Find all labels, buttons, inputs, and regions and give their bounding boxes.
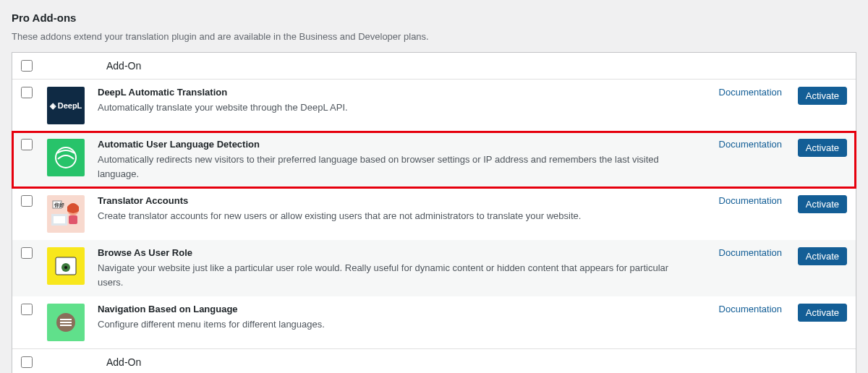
table-header-row: Add-On xyxy=(12,53,856,80)
addon-desc: Automatically redirects new visitors to … xyxy=(98,153,673,181)
table-row: Navigation Based on Language Configure d… xyxy=(12,296,856,348)
row-checkbox-nav[interactable] xyxy=(21,304,33,315)
svg-point-9 xyxy=(64,266,67,269)
footer-addon-label: Add-On xyxy=(90,356,848,368)
navigation-language-icon xyxy=(47,304,85,341)
translator-accounts-icon: 你好 xyxy=(47,195,85,233)
addon-name: DeepL Automatic Translation xyxy=(98,87,673,98)
table-row: 你好 Translator Accounts Create translator… xyxy=(12,188,856,240)
activate-button-deepl[interactable]: Activate xyxy=(798,87,847,105)
browse-as-user-role-icon xyxy=(47,247,85,285)
activate-button-baur[interactable]: Activate xyxy=(798,247,847,265)
addon-desc: Navigate your website just like a partic… xyxy=(98,261,673,289)
svg-text:你好: 你好 xyxy=(54,202,64,208)
table-row-highlighted: Automatic User Language Detection Automa… xyxy=(12,132,856,188)
addons-table: Add-On DeepL DeepL Automatic Translation… xyxy=(12,52,856,373)
deepl-icon: DeepL xyxy=(47,87,85,124)
row-checkbox-ta[interactable] xyxy=(21,195,33,207)
language-detection-icon xyxy=(47,139,85,176)
activate-button-nav[interactable]: Activate xyxy=(798,304,847,322)
addon-name: Browse As User Role xyxy=(98,247,673,258)
documentation-link-nav[interactable]: Documentation xyxy=(719,304,782,314)
select-all-checkbox-top[interactable] xyxy=(21,60,33,72)
svg-rect-4 xyxy=(69,215,77,224)
documentation-link-ta[interactable]: Documentation xyxy=(719,195,782,206)
select-all-checkbox-bottom[interactable] xyxy=(21,356,33,368)
table-row: Browse As User Role Navigate your websit… xyxy=(12,240,856,296)
addon-name: Navigation Based on Language xyxy=(98,304,673,314)
activate-button-auld[interactable]: Activate xyxy=(798,139,847,157)
page-subtitle: These addons extend your translation plu… xyxy=(12,31,856,42)
documentation-link-deepl[interactable]: Documentation xyxy=(719,87,782,98)
documentation-link-auld[interactable]: Documentation xyxy=(719,139,782,150)
activate-button-ta[interactable]: Activate xyxy=(798,195,847,213)
table-row: DeepL DeepL Automatic Translation Automa… xyxy=(12,80,856,132)
addon-name: Translator Accounts xyxy=(98,195,673,206)
header-addon-label: Add-On xyxy=(90,60,848,72)
page-title: Pro Add-ons xyxy=(12,12,856,24)
row-checkbox-auld[interactable] xyxy=(21,139,33,150)
addon-desc: Automatically translate your website thr… xyxy=(98,100,673,115)
svg-rect-2 xyxy=(54,216,65,223)
documentation-link-baur[interactable]: Documentation xyxy=(719,247,782,258)
row-checkbox-baur[interactable] xyxy=(21,247,33,259)
row-checkbox-deepl[interactable] xyxy=(21,87,33,98)
addon-desc: Configure different menu items for diffe… xyxy=(98,317,673,332)
addon-desc: Create translator accounts for new users… xyxy=(98,209,673,223)
addon-name: Automatic User Language Detection xyxy=(98,139,673,150)
table-footer-row: Add-On xyxy=(12,348,856,373)
